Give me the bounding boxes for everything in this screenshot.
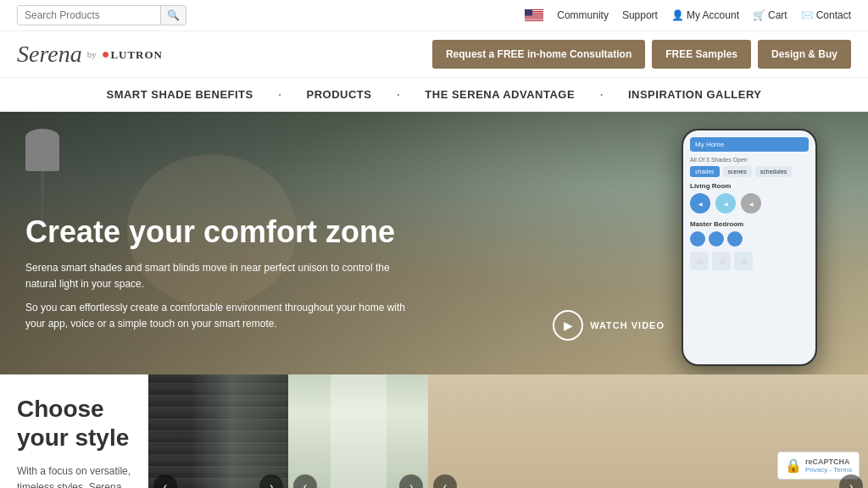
phone-mockup: My Home All Of 3 Shades Open shades scen… bbox=[682, 129, 817, 366]
support-link[interactable]: Support bbox=[622, 9, 658, 21]
community-link[interactable]: Community bbox=[557, 9, 609, 21]
search-button[interactable]: 🔍 bbox=[160, 6, 186, 25]
phone-small-circle-1 bbox=[690, 231, 705, 247]
nav-serena-advantage[interactable]: THE SERENA ADVANTAGE bbox=[399, 88, 600, 101]
top-nav: Community Support 👤 My Account 🛒 Cart ✉️… bbox=[525, 9, 851, 21]
phone-tab-shades[interactable]: shades bbox=[690, 166, 720, 177]
phone-tabs: shades scenes schedules bbox=[690, 166, 809, 177]
flag-icon[interactable] bbox=[525, 9, 543, 21]
phone-bottom-icons: ⬜ ⬜ ⬜ bbox=[690, 252, 809, 270]
phone-icon-2: ⬜ bbox=[712, 252, 731, 270]
contact-link[interactable]: ✉️ Contact bbox=[801, 9, 851, 21]
lamp-shade bbox=[25, 129, 59, 171]
search-input[interactable] bbox=[18, 6, 160, 25]
recaptcha-logo: 🔒 bbox=[785, 458, 802, 474]
search-wrapper: 🔍 bbox=[17, 5, 186, 25]
nav-inspiration[interactable]: INSPIRATION GALLERY bbox=[603, 88, 787, 101]
gallery-item-sheer: ‹ › bbox=[288, 374, 428, 488]
hero-desc-1: Serena smart shades and smart blinds mov… bbox=[25, 260, 415, 292]
choose-desc: With a focus on versatile, timeless styl… bbox=[17, 463, 131, 488]
hero-title: Create your comfort zone bbox=[25, 214, 415, 250]
choose-section: Choose your style With a focus on versat… bbox=[0, 374, 868, 488]
watch-video-label: WATCH VIDEO bbox=[590, 320, 665, 330]
my-account-link[interactable]: 👤 My Account bbox=[671, 9, 739, 21]
phone-subheader: All Of 3 Shades Open bbox=[690, 157, 809, 163]
account-icon: 👤 bbox=[671, 9, 684, 21]
logo-serena: Serena bbox=[17, 41, 82, 68]
recaptcha-label: reCAPTCHA bbox=[805, 458, 852, 466]
play-icon: ▶ bbox=[553, 310, 583, 341]
us-flag-svg bbox=[525, 9, 543, 21]
main-nav: SMART SHADE BENEFITS • PRODUCTS • THE SE… bbox=[0, 77, 868, 112]
svg-rect-10 bbox=[525, 19, 543, 19]
phone-circle-1: ◀ bbox=[690, 193, 710, 214]
watch-video-button[interactable]: ▶ WATCH VIDEO bbox=[553, 310, 665, 341]
recaptcha-privacy[interactable]: Privacy - Terms bbox=[805, 466, 852, 474]
phone-tab-scenes[interactable]: scenes bbox=[723, 166, 752, 177]
phone-room1-label: Living Room bbox=[690, 182, 809, 190]
phone-room2-label: Master Bedroom bbox=[690, 220, 809, 228]
phone-tab-schedules[interactable]: schedules bbox=[755, 166, 793, 177]
cart-link[interactable]: 🛒 Cart bbox=[753, 9, 787, 21]
logo-lutron: ●LUTRON bbox=[102, 47, 163, 62]
contact-icon: ✉️ bbox=[801, 9, 814, 21]
gallery-image-dark-blinds bbox=[148, 374, 288, 488]
phone-circle-3: ◀ bbox=[741, 193, 761, 214]
hero-section: My Home All Of 3 Shades Open shades scen… bbox=[0, 112, 868, 374]
svg-rect-12 bbox=[525, 9, 532, 16]
hero-content: Create your comfort zone Serena smart sh… bbox=[25, 214, 415, 332]
svg-rect-11 bbox=[525, 19, 543, 20]
phone-header: My Home bbox=[690, 137, 809, 152]
svg-rect-9 bbox=[525, 18, 543, 19]
lutron-dot: ● bbox=[102, 47, 111, 61]
phone-small-circle-2 bbox=[709, 231, 724, 247]
phone-small-circle-3 bbox=[727, 231, 743, 247]
header-buttons: Request a FREE in-home Consultation FREE… bbox=[432, 40, 851, 69]
logo-by: by bbox=[87, 49, 97, 59]
design-buy-button[interactable]: Design & Buy bbox=[758, 40, 851, 69]
samples-button[interactable]: FREE Samples bbox=[652, 40, 751, 69]
nav-smart-shade[interactable]: SMART SHADE BENEFITS bbox=[81, 88, 278, 101]
hero-desc-2: So you can effortlessly create a comfort… bbox=[25, 300, 415, 332]
phone-icon-1: ⬜ bbox=[690, 252, 709, 270]
phone-room1-circles: ◀ ◀ ◀ bbox=[690, 193, 809, 214]
phone-circle-2: ◀ bbox=[715, 193, 736, 214]
consultation-button[interactable]: Request a FREE in-home Consultation bbox=[432, 40, 645, 69]
phone-screen: My Home All Of 3 Shades Open shades scen… bbox=[683, 130, 815, 364]
header: Serena by ●LUTRON Request a FREE in-home… bbox=[0, 31, 868, 77]
gallery-image-sheer bbox=[288, 374, 428, 488]
choose-title: Choose your style bbox=[17, 395, 131, 452]
phone-room2-circles bbox=[690, 231, 809, 247]
logo[interactable]: Serena by ●LUTRON bbox=[17, 41, 163, 68]
phone-icon-3: ⬜ bbox=[734, 252, 753, 270]
top-bar: 🔍 Community Support 👤 bbox=[0, 0, 868, 31]
svg-rect-7 bbox=[525, 16, 543, 17]
choose-text: Choose your style With a focus on versat… bbox=[0, 374, 148, 488]
svg-rect-8 bbox=[525, 17, 543, 18]
gallery-item-dark-blinds: ‹ › bbox=[148, 374, 288, 488]
cart-icon: 🛒 bbox=[753, 9, 765, 21]
nav-products[interactable]: PRODUCTS bbox=[281, 88, 398, 101]
